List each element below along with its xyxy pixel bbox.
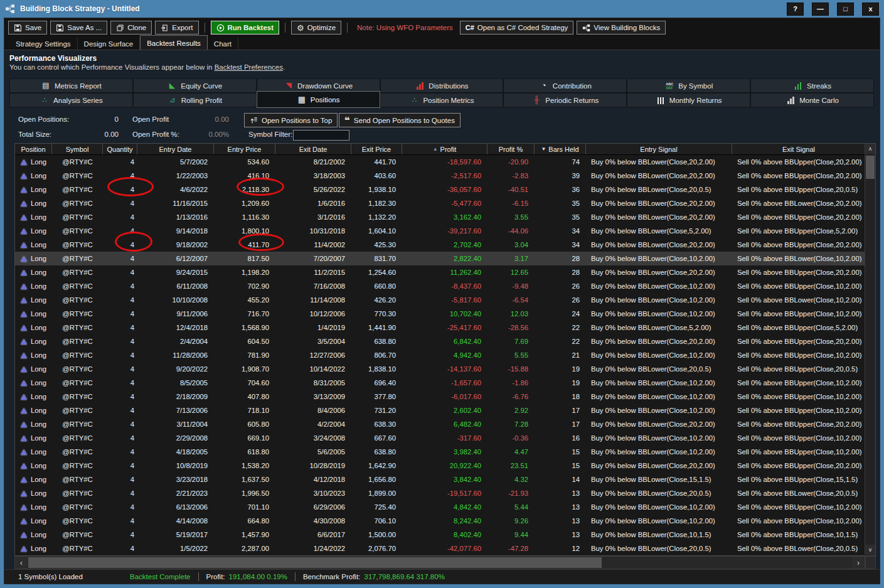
table-row[interactable]: Long@RTY#C46/13/2006701.106/29/2006725.4… [15, 500, 875, 514]
table-row[interactable]: Long@RTY#C49/24/20151,198.2011/2/20151,2… [15, 265, 875, 279]
export-button[interactable]: Export [155, 21, 198, 35]
table-row[interactable]: Long@RTY#C49/20/20221,908.7010/14/20221,… [15, 362, 875, 376]
bars-eq-icon [656, 96, 666, 104]
table-row[interactable]: Long@RTY#C411/28/2006781.9012/27/2006806… [15, 348, 875, 362]
close-button[interactable]: x [862, 3, 879, 16]
viz-tab-by-symbol[interactable]: By Symbol [627, 78, 750, 93]
table-row[interactable]: Long@RTY#C49/18/2002411.7011/4/2002425.3… [15, 238, 875, 252]
table-row[interactable]: Long@RTY#C43/11/2004605.804/2/2004638.30… [15, 417, 875, 431]
table-row[interactable]: Long@RTY#C44/6/20222,118.305/26/20221,93… [15, 183, 875, 196]
cell-entry-date: 9/20/2022 [137, 362, 214, 376]
tab-chart[interactable]: Chart [208, 38, 238, 51]
cell-exit-date: 5/6/2005 [275, 445, 351, 459]
optimize-button[interactable]: ⚙ Optimize [291, 21, 341, 35]
table-row[interactable]: Long@RTY#C410/10/2008455.2011/14/2008426… [15, 293, 875, 307]
scroll-up-arrow-icon[interactable]: ∧ [865, 144, 875, 154]
viz-tab-analysis-series[interactable]: Analysis Series [9, 93, 133, 107]
cell-entry-signal: Buy 0% below BBLower(Close,5,2.00) [586, 321, 732, 334]
column-header-entry-price[interactable]: Entry Price [214, 144, 275, 154]
cell-entry-price: 455.20 [214, 293, 275, 307]
candle-icon [531, 96, 541, 104]
table-row[interactable]: Long@RTY#C49/14/20181,800.1010/31/20181,… [15, 224, 875, 238]
vertical-scrollbar[interactable]: ∧ ∨ [865, 144, 875, 555]
scroll-right-arrow-icon[interactable]: › [852, 557, 865, 569]
table-row[interactable]: Long@RTY#C43/23/20181,637.504/12/20181,6… [15, 473, 875, 486]
column-header-exit-signal[interactable]: Exit Signal [732, 144, 866, 154]
column-header-profit-pct[interactable]: Profit % [487, 144, 535, 154]
tab-design-surface[interactable]: Design Surface [78, 38, 141, 51]
column-header-exit-date[interactable]: Exit Date [275, 144, 351, 154]
column-header-position[interactable]: Position [15, 144, 52, 154]
cell-exit-signal: Sell 0% above BBUpper(Close,20,2.00) [732, 459, 866, 473]
minimize-button[interactable]: — [812, 3, 829, 16]
table-row[interactable]: Long@RTY#C411/16/20151,209.601/6/20161,1… [15, 196, 875, 210]
backtest-preferences-link[interactable]: Backtest Preferences [215, 63, 283, 71]
table-row[interactable]: Long@RTY#C41/5/20222,287.001/24/20222,07… [15, 542, 875, 555]
table-row[interactable]: Long@RTY#C42/18/2009407.803/13/2009377.8… [15, 390, 875, 404]
viz-tab-monte-carlo[interactable]: Monte Carlo [750, 93, 874, 107]
symbol-filter-input[interactable] [293, 130, 349, 141]
vertical-scrollbar-thumb[interactable] [866, 156, 875, 179]
open-csharp-button[interactable]: C# Open as C# Coded Strategy [460, 21, 574, 35]
position-label: Long [31, 158, 46, 166]
viz-tab-equity-curve[interactable]: Equity Curve [133, 78, 257, 93]
clone-button[interactable]: Clone [110, 21, 152, 35]
view-building-blocks-button[interactable]: View Building Blocks [577, 21, 666, 35]
column-header-symbol[interactable]: Symbol [52, 144, 103, 154]
table-row[interactable]: Long@RTY#C412/4/20181,568.901/4/20191,44… [15, 321, 875, 334]
viz-tab-periodic-returns[interactable]: Periodic Returns [503, 93, 627, 107]
save-button[interactable]: Save [8, 21, 47, 35]
table-row[interactable]: Long@RTY#C46/11/2008702.907/16/2008660.8… [15, 279, 875, 293]
column-header-entry-date[interactable]: Entry Date [137, 144, 214, 154]
horizontal-scrollbar-thumb[interactable] [28, 557, 602, 568]
table-row[interactable]: Long@RTY#C44/18/2005618.805/6/2005638.80… [15, 445, 875, 459]
cell-entry-date: 9/11/2006 [137, 307, 214, 321]
main-tab-strip: Strategy Settings Design Surface Backtes… [4, 36, 880, 51]
window-content: Save Save As ... Clone Export Run Backte… [4, 18, 880, 584]
cell-profit: 10,702.40 [402, 307, 487, 321]
column-header-exit-price[interactable]: Exit Price [351, 144, 402, 154]
position-label: Long [31, 310, 46, 318]
viz-tab-positions[interactable]: Positions [257, 91, 380, 108]
toolbar-separator [347, 23, 348, 33]
cell-entry-date: 4/18/2005 [137, 445, 214, 459]
cell-symbol: @RTY#C [52, 155, 103, 169]
table-row[interactable]: Long@RTY#C48/5/2005704.608/31/2005696.40… [15, 376, 875, 390]
viz-tab-monthly-returns[interactable]: Monthly Returns [627, 93, 750, 107]
table-row[interactable]: Long@RTY#C41/13/20161,116.303/1/20161,13… [15, 210, 875, 224]
viz-tab-streaks[interactable]: Streaks [750, 78, 874, 93]
table-row[interactable]: Long@RTY#C46/12/2007817.507/20/2007831.7… [15, 252, 875, 265]
help-button[interactable]: ? [787, 3, 804, 16]
scroll-left-arrow-icon[interactable]: ‹ [15, 557, 28, 569]
tab-strategy-settings[interactable]: Strategy Settings [9, 38, 78, 51]
table-row[interactable]: Long@RTY#C41/22/2003416.103/18/2003403.6… [15, 169, 875, 183]
table-row[interactable]: Long@RTY#C42/21/20231,996.503/10/20231,8… [15, 486, 875, 500]
scroll-down-arrow-icon[interactable]: ∨ [865, 545, 875, 555]
table-row[interactable]: Long@RTY#C44/14/2008664.804/30/2008706.1… [15, 514, 875, 528]
viz-tab-distributions[interactable]: Distributions [380, 78, 504, 93]
column-header-profit[interactable]: ▲Profit [402, 144, 487, 154]
cell-profit-pct: 7.28 [487, 417, 535, 431]
table-row[interactable]: Long@RTY#C45/19/20171,457.906/6/20171,50… [15, 528, 875, 542]
viz-tab-metrics-report[interactable]: Metrics Report [9, 78, 133, 93]
send-open-positions-to-quotes-button[interactable]: ❝ Send Open Positions to Quotes [339, 113, 461, 127]
maximize-button[interactable]: □ [837, 3, 854, 16]
run-backtest-button[interactable]: Run Backtest [211, 21, 280, 35]
table-row[interactable]: Long@RTY#C45/7/2002534.608/21/2002441.70… [15, 155, 875, 169]
bars-green-icon [793, 82, 803, 90]
table-row[interactable]: Long@RTY#C47/13/2006718.108/4/2006731.20… [15, 404, 875, 417]
viz-tab-contribution[interactable]: Contribution [503, 78, 627, 93]
column-header-quantity[interactable]: Quantity [103, 144, 137, 154]
table-row[interactable]: Long@RTY#C49/11/2006716.7010/12/2006770.… [15, 307, 875, 321]
horizontal-scrollbar[interactable]: ‹ › [14, 556, 865, 569]
viz-tab-rolling-profit[interactable]: Rolling Profit [133, 93, 257, 107]
tab-backtest-results[interactable]: Backtest Results [140, 35, 208, 51]
table-row[interactable]: Long@RTY#C42/4/2004604.503/5/2004638.806… [15, 334, 875, 348]
column-header-bars-held[interactable]: ▼Bars Held [535, 144, 586, 154]
open-positions-to-top-button[interactable]: Open Positions to Top [244, 113, 338, 127]
column-header-entry-signal[interactable]: Entry Signal [586, 144, 732, 154]
viz-tab-position-metrics[interactable]: Position Metrics [380, 93, 504, 107]
save-as-button[interactable]: Save As ... [50, 21, 107, 35]
table-row[interactable]: Long@RTY#C410/8/20191,538.2010/28/20191,… [15, 459, 875, 473]
table-row[interactable]: Long@RTY#C42/29/2008669.103/24/2008667.6… [15, 431, 875, 445]
